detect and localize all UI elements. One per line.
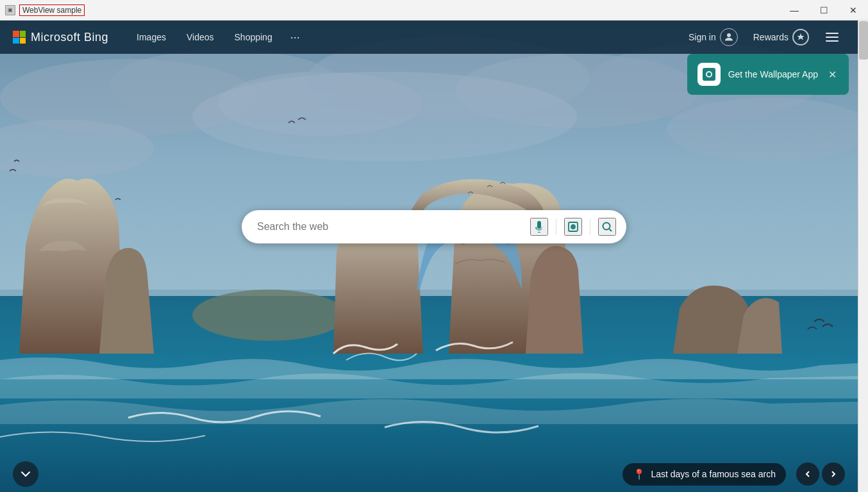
- wallpaper-app-icon: [697, 63, 721, 86]
- location-pin-icon: 📍: [633, 468, 646, 480]
- titlebar-controls: — ☐ ✕: [780, 0, 868, 20]
- minimize-button[interactable]: —: [780, 0, 809, 20]
- prev-location-button[interactable]: [796, 463, 819, 486]
- nav-shopping[interactable]: Shopping: [226, 28, 281, 46]
- search-input[interactable]: [252, 221, 530, 233]
- scroll-down-button[interactable]: [13, 461, 38, 487]
- wallpaper-app-popup: Get the Wallpaper App ✕: [687, 54, 849, 95]
- signin-avatar-icon: [720, 28, 738, 46]
- nav-links: Images Videos Shopping ···: [128, 27, 683, 48]
- scrollbar-thumb[interactable]: [859, 21, 868, 60]
- titlebar-app-icon: ▣: [5, 5, 15, 15]
- titlebar: ▣ WebView sample — ☐ ✕: [0, 0, 868, 20]
- hamburger-line: [826, 37, 839, 38]
- svg-line-19: [610, 229, 612, 232]
- ms-square-green: [20, 31, 26, 37]
- search-divider: [556, 219, 556, 234]
- titlebar-title: WebView sample: [19, 4, 85, 16]
- svg-point-18: [603, 223, 610, 230]
- microsoft-logo-icon: [13, 31, 26, 44]
- ms-square-red: [13, 31, 19, 37]
- location-info: 📍 Last days of a famous sea arch: [622, 463, 786, 486]
- nav-more-icon[interactable]: ···: [284, 27, 306, 48]
- voice-search-button[interactable]: [530, 218, 548, 236]
- logo[interactable]: Microsoft Bing: [13, 31, 108, 44]
- navbar: Microsoft Bing Images Videos Shopping ··…: [0, 20, 858, 54]
- wallpaper-close-icon[interactable]: ✕: [826, 68, 839, 81]
- hamburger-menu-icon[interactable]: [819, 29, 845, 45]
- bottom-bar: 📍 Last days of a famous sea arch: [0, 456, 858, 492]
- search-icons: [530, 218, 616, 236]
- ms-square-blue: [13, 38, 19, 44]
- ms-square-yellow: [20, 38, 26, 44]
- nav-videos[interactable]: Videos: [178, 28, 223, 46]
- signin-label: Sign in: [689, 32, 716, 42]
- scrollbar[interactable]: [858, 20, 868, 492]
- rewards-button[interactable]: Rewards: [748, 26, 814, 48]
- search-bar: [242, 210, 626, 243]
- nav-images[interactable]: Images: [128, 28, 175, 46]
- search-button[interactable]: [598, 218, 616, 236]
- svg-point-15: [707, 72, 711, 76]
- titlebar-left: ▣ WebView sample: [0, 4, 85, 16]
- svg-point-12: [192, 290, 346, 341]
- logo-text: Microsoft Bing: [31, 31, 108, 44]
- close-button[interactable]: ✕: [839, 0, 868, 20]
- hamburger-line: [826, 40, 839, 42]
- svg-point-7: [192, 72, 577, 161]
- rewards-trophy-icon: [792, 29, 809, 45]
- hamburger-line: [826, 33, 839, 34]
- next-location-button[interactable]: [822, 463, 845, 486]
- rewards-label: Rewards: [753, 32, 789, 42]
- location-nav: [796, 463, 845, 486]
- wallpaper-app-label: Get the Wallpaper App: [728, 69, 818, 79]
- location-text: Last days of a famous sea arch: [651, 469, 776, 479]
- search-divider: [590, 219, 590, 234]
- location-section: 📍 Last days of a famous sea arch: [622, 463, 845, 486]
- visual-search-button[interactable]: [564, 218, 582, 236]
- signin-button[interactable]: Sign in: [683, 26, 743, 49]
- search-container: [242, 210, 626, 243]
- maximize-button[interactable]: ☐: [809, 0, 839, 20]
- nav-right: Sign in Rewards: [683, 26, 845, 49]
